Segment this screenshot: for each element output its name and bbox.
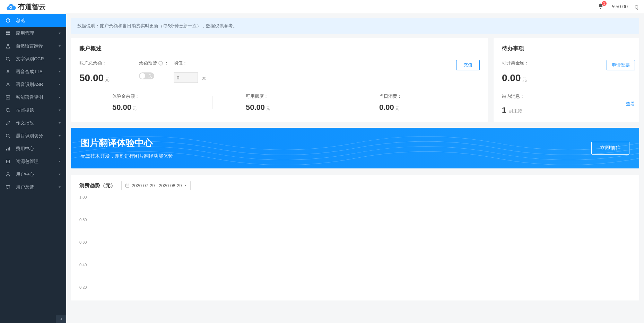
chevron-left-icon bbox=[60, 318, 62, 321]
notice-label: 数据说明： bbox=[77, 23, 100, 28]
sidebar-item-10[interactable]: 费用中心 bbox=[0, 142, 66, 155]
sidebar-item-label: 智能语音评测 bbox=[16, 94, 43, 101]
sidebar-item-label: 用户反馈 bbox=[16, 184, 34, 190]
sidebar-item-label: 应用管理 bbox=[16, 30, 34, 36]
svg-point-6 bbox=[6, 57, 9, 60]
balance-warn-toggle[interactable]: 关 bbox=[139, 72, 154, 79]
stat-label: 当日消费： bbox=[379, 93, 480, 99]
todo-card: 待办事项 可开票金额： 0.00 元 申请发票 站内消息： bbox=[494, 38, 639, 122]
svg-rect-4 bbox=[6, 33, 8, 35]
date-range-picker[interactable]: 2020-07-29 - 2020-08-29 bbox=[121, 181, 191, 190]
user-avatar-hint[interactable]: Q bbox=[635, 4, 638, 10]
sidebar-item-label: 资源包管理 bbox=[16, 158, 38, 165]
package-icon bbox=[6, 159, 10, 164]
sidebar-item-11[interactable]: 资源包管理 bbox=[0, 155, 66, 168]
caret-down-icon bbox=[184, 184, 187, 187]
apply-invoice-button[interactable]: 申请发票 bbox=[607, 60, 635, 70]
recharge-button[interactable]: 充值 bbox=[456, 60, 480, 70]
sidebar-item-label: 语音合成TTS bbox=[16, 69, 43, 75]
threshold-input[interactable] bbox=[174, 72, 198, 83]
sidebar-item-0[interactable]: 总览 bbox=[0, 14, 66, 27]
banner-waves-bg bbox=[71, 128, 639, 168]
notifications-button[interactable]: 1 bbox=[598, 3, 604, 10]
chevron-down-icon bbox=[58, 134, 61, 138]
flask-icon bbox=[6, 44, 10, 49]
sidebar-item-13[interactable]: 用户反馈 bbox=[0, 181, 66, 193]
mic-icon bbox=[6, 69, 10, 74]
sidebar-item-4[interactable]: 语音合成TTS bbox=[0, 65, 66, 78]
chevron-down-icon bbox=[58, 57, 61, 61]
sidebar-item-12[interactable]: 用户中心 bbox=[0, 168, 66, 181]
balance-label: 账户总余额： bbox=[79, 60, 139, 66]
brand-text: 有道智云 bbox=[18, 2, 46, 11]
sidebar-item-6[interactable]: 智能语音评测 bbox=[0, 91, 66, 104]
chart-title: 消费趋势（元） bbox=[79, 182, 116, 189]
chevron-down-icon bbox=[58, 147, 61, 150]
stat-value: 50.00 bbox=[112, 103, 131, 112]
y-tick: 0.60 bbox=[79, 240, 87, 244]
date-range-text: 2020-07-29 - 2020-08-29 bbox=[132, 183, 182, 188]
brand-logo[interactable]: 有道智云 bbox=[6, 2, 46, 11]
y-tick: 0.40 bbox=[79, 263, 87, 267]
threshold-label: 阈值： bbox=[174, 60, 451, 66]
sidebar-item-label: 自然语言翻译 bbox=[16, 43, 43, 49]
dashboard-icon bbox=[6, 18, 10, 23]
sidebar-item-label: 文字识别OCR bbox=[16, 56, 44, 62]
svg-rect-16 bbox=[9, 147, 10, 150]
banner-cta-button[interactable]: 立即前往 bbox=[591, 142, 629, 155]
search-icon bbox=[6, 56, 10, 61]
chart-plot-area: 1.000.800.600.400.20 bbox=[79, 197, 631, 294]
stat-unit: 元 bbox=[266, 106, 270, 112]
chevron-down-icon bbox=[58, 44, 61, 48]
svg-point-10 bbox=[6, 108, 9, 111]
sidebar-item-5[interactable]: 语音识别ASR bbox=[0, 78, 66, 91]
chevron-down-icon bbox=[58, 96, 61, 99]
user-icon bbox=[6, 172, 10, 177]
promo-banner: 图片翻译体验中心 无需技术开发，即刻进行图片翻译功能体验 立即前往 bbox=[71, 128, 639, 168]
stat-1: 可用额度：50.00元 bbox=[213, 93, 346, 112]
sidebar-collapse-button[interactable] bbox=[56, 315, 66, 323]
invoice-unit: 元 bbox=[522, 77, 527, 83]
sidebar-item-8[interactable]: 作文批改 bbox=[0, 116, 66, 129]
sidebar-item-label: 拍照搜题 bbox=[16, 107, 34, 113]
view-messages-link[interactable]: 查看 bbox=[626, 101, 635, 107]
balance-unit: 元 bbox=[105, 77, 110, 83]
msg-unread-text: 封未读 bbox=[509, 108, 522, 114]
help-icon[interactable]: ? bbox=[158, 61, 163, 66]
account-title: 账户概述 bbox=[79, 45, 480, 52]
main-content: 数据说明：账户余额和当日消费实时更新（每5分钟更新一次），数据仅供参考。 账户概… bbox=[66, 14, 644, 323]
search-icon bbox=[6, 108, 10, 113]
calendar-icon bbox=[125, 183, 130, 188]
invoice-value: 0.00 bbox=[502, 72, 521, 84]
sidebar-item-3[interactable]: 文字识别OCR bbox=[0, 52, 66, 65]
y-tick: 0.80 bbox=[79, 218, 87, 222]
sidebar-item-9[interactable]: 题目识别切分 bbox=[0, 129, 66, 142]
notification-badge: 1 bbox=[602, 1, 607, 6]
svg-point-12 bbox=[6, 134, 9, 137]
toggle-text: 关 bbox=[148, 73, 152, 79]
sidebar-item-2[interactable]: 自然语言翻译 bbox=[0, 40, 66, 52]
sidebar-item-label: 语音识别ASR bbox=[16, 81, 43, 88]
account-overview-card: 账户概述 账户总余额： 50.00 元 余额预警 ? ： bbox=[71, 38, 488, 122]
cloud-icon bbox=[6, 3, 16, 11]
comment-icon bbox=[6, 185, 10, 190]
chart-icon bbox=[6, 146, 10, 151]
sidebar-item-1[interactable]: 应用管理 bbox=[0, 27, 66, 40]
svg-rect-14 bbox=[6, 149, 7, 150]
notice-text: 账户余额和当日消费实时更新（每5分钟更新一次），数据仅供参考。 bbox=[100, 23, 237, 28]
stat-label: 体验金余额： bbox=[112, 93, 213, 99]
msg-label: 站内消息： bbox=[502, 93, 524, 99]
sidebar-item-label: 题目识别切分 bbox=[16, 133, 43, 139]
search-icon bbox=[6, 133, 10, 138]
sidebar-item-label: 作文批改 bbox=[16, 120, 34, 126]
data-notice: 数据说明：账户余额和当日消费实时更新（每5分钟更新一次），数据仅供参考。 bbox=[71, 18, 639, 34]
svg-point-19 bbox=[7, 172, 9, 174]
chevron-down-icon bbox=[58, 83, 61, 86]
svg-line-7 bbox=[9, 60, 10, 61]
svg-rect-15 bbox=[8, 148, 9, 150]
svg-line-13 bbox=[9, 137, 10, 138]
sidebar-item-7[interactable]: 拍照搜题 bbox=[0, 104, 66, 116]
grid-icon bbox=[6, 31, 10, 36]
sidebar-item-label: 总览 bbox=[16, 17, 25, 24]
msg-count: 1 bbox=[502, 106, 506, 115]
